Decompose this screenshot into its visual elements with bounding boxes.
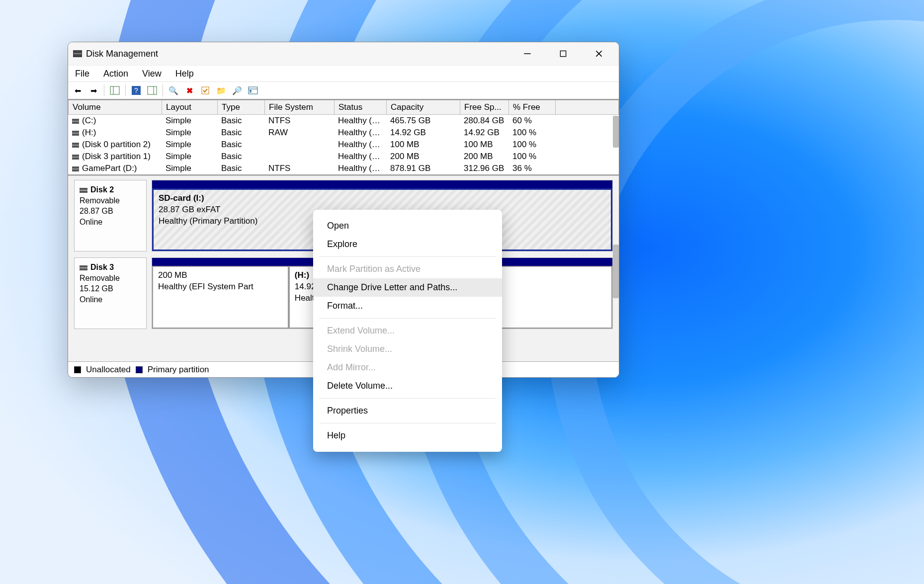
volume-capacity: 14.92 GB	[386, 127, 460, 138]
properties-icon[interactable]	[200, 85, 211, 96]
volume-scrollbar[interactable]	[613, 116, 619, 148]
svg-rect-8	[148, 86, 157, 94]
col-volume[interactable]: Volume	[69, 100, 162, 114]
volume-name: GamePart (D:)	[82, 164, 137, 173]
volume-fs	[264, 151, 334, 162]
volume-type: Basic	[217, 127, 264, 138]
context-menu-item[interactable]: Open	[313, 217, 502, 235]
context-menu-item[interactable]: Help	[313, 426, 502, 445]
col-pctfree[interactable]: % Free	[509, 100, 556, 114]
drive-icon	[72, 119, 79, 124]
maximize-button[interactable]	[552, 46, 574, 62]
legend-unallocated-label: Unallocated	[86, 365, 131, 375]
volume-row[interactable]: (Disk 0 partition 2)SimpleBasicHealthy (…	[68, 139, 619, 151]
disk-icon	[80, 188, 87, 193]
menu-view[interactable]: View	[142, 69, 162, 79]
svg-rect-14	[250, 91, 252, 92]
drive-icon	[72, 155, 79, 160]
context-menu-item: Shrink Volume...	[313, 340, 502, 358]
svg-rect-4	[110, 86, 119, 94]
volume-row[interactable]: (C:)SimpleBasicNTFSHealthy (B...465.75 G…	[68, 115, 619, 127]
legend-primary-swatch	[136, 366, 143, 373]
delete-icon[interactable]: ✖	[184, 85, 195, 96]
volume-list-header: Volume Layout Type File System Status Ca…	[68, 100, 619, 115]
col-status[interactable]: Status	[335, 100, 387, 114]
drive-icon	[72, 143, 79, 148]
disk-state: Online	[80, 217, 141, 228]
menu-action[interactable]: Action	[103, 69, 128, 79]
context-menu-separator	[319, 398, 496, 399]
context-menu-item[interactable]: Delete Volume...	[313, 377, 502, 395]
show-hide-console-tree-icon[interactable]	[109, 85, 120, 96]
volume-layout: Simple	[162, 139, 217, 150]
legend-primary-label: Primary partition	[148, 365, 209, 375]
drive-icon	[72, 167, 79, 171]
volume-pct: 100 %	[508, 151, 555, 162]
titlebar[interactable]: Disk Management	[68, 42, 619, 65]
window-title: Disk Management	[86, 49, 158, 59]
col-freespace[interactable]: Free Sp...	[460, 100, 509, 114]
volume-name: (C:)	[82, 116, 96, 125]
volume-capacity: 200 MB	[386, 151, 460, 162]
volume-fs	[264, 139, 334, 150]
partition-size: 200 MB	[158, 270, 283, 281]
refresh-icon[interactable]: 🔍	[168, 85, 179, 96]
back-icon[interactable]: ⬅	[72, 85, 83, 96]
disk-kind: Removable	[80, 273, 141, 284]
volume-layout: Simple	[162, 163, 217, 174]
context-menu-item[interactable]: Change Drive Letter and Paths...	[313, 278, 502, 297]
volume-layout: Simple	[162, 151, 217, 162]
volume-free: 200 MB	[460, 151, 508, 162]
disk-name: Disk 3	[90, 263, 114, 271]
volume-pct: 100 %	[508, 127, 555, 138]
volume-free: 14.92 GB	[460, 127, 508, 138]
disk-size: 15.12 GB	[80, 283, 141, 294]
context-menu-item[interactable]: Properties	[313, 402, 502, 420]
col-filesystem[interactable]: File System	[265, 100, 335, 114]
forward-icon[interactable]: ➡	[88, 85, 99, 96]
disk-info[interactable]: Disk 3Removable15.12 GBOnline	[74, 257, 147, 329]
col-capacity[interactable]: Capacity	[387, 100, 460, 114]
partition-status: Healthy (EFI System Part	[158, 281, 283, 293]
col-type[interactable]: Type	[218, 100, 265, 114]
volume-free: 280.84 GB	[460, 115, 508, 126]
minimize-button[interactable]	[516, 46, 538, 62]
volume-fs: NTFS	[264, 163, 334, 174]
up-arrow-icon[interactable]: 📁	[216, 85, 227, 96]
col-layout[interactable]: Layout	[162, 100, 218, 114]
disk-state: Online	[80, 294, 141, 305]
close-button[interactable]	[588, 46, 610, 62]
context-menu-item[interactable]: Explore	[313, 235, 502, 253]
volume-status: Healthy (E...	[334, 139, 386, 150]
volume-fs: NTFS	[264, 115, 334, 126]
disk-info[interactable]: Disk 2Removable28.87 GBOnline	[74, 180, 147, 251]
volume-free: 100 MB	[460, 139, 508, 150]
volume-capacity: 465.75 GB	[386, 115, 460, 126]
context-menu-item[interactable]: Format...	[313, 297, 502, 315]
menubar: File Action View Help	[68, 65, 619, 82]
help-icon[interactable]: ?	[131, 85, 142, 96]
volume-pct: 36 %	[508, 163, 555, 174]
volume-free: 312.96 GB	[460, 163, 508, 174]
show-hide-action-pane-icon[interactable]	[147, 85, 158, 96]
menu-help[interactable]: Help	[175, 69, 194, 79]
context-menu-item: Mark Partition as Active	[313, 260, 502, 278]
graphical-scrollbar[interactable]	[613, 245, 619, 298]
volume-list: Volume Layout Type File System Status Ca…	[68, 100, 619, 175]
partition-label: SD-card (I:)	[159, 193, 606, 204]
search-icon[interactable]: 🔎	[232, 85, 243, 96]
partition-header-bar	[152, 180, 612, 188]
svg-rect-1	[560, 51, 566, 56]
volume-row[interactable]: (Disk 3 partition 1)SimpleBasicHealthy (…	[68, 151, 619, 163]
partition[interactable]: 200 MBHealthy (EFI System Part	[152, 266, 289, 329]
volume-name: (Disk 3 partition 1)	[82, 152, 151, 161]
volume-capacity: 100 MB	[386, 139, 460, 150]
volume-type: Basic	[217, 151, 264, 162]
settings-icon[interactable]	[248, 85, 258, 96]
volume-capacity: 878.91 GB	[386, 163, 460, 174]
volume-status: Healthy (B...	[334, 163, 386, 174]
volume-pct: 60 %	[508, 115, 555, 126]
volume-row[interactable]: GamePart (D:)SimpleBasicNTFSHealthy (B..…	[68, 163, 619, 174]
volume-row[interactable]: (H:)SimpleBasicRAWHealthy (B...14.92 GB1…	[68, 127, 619, 139]
menu-file[interactable]: File	[75, 69, 89, 79]
